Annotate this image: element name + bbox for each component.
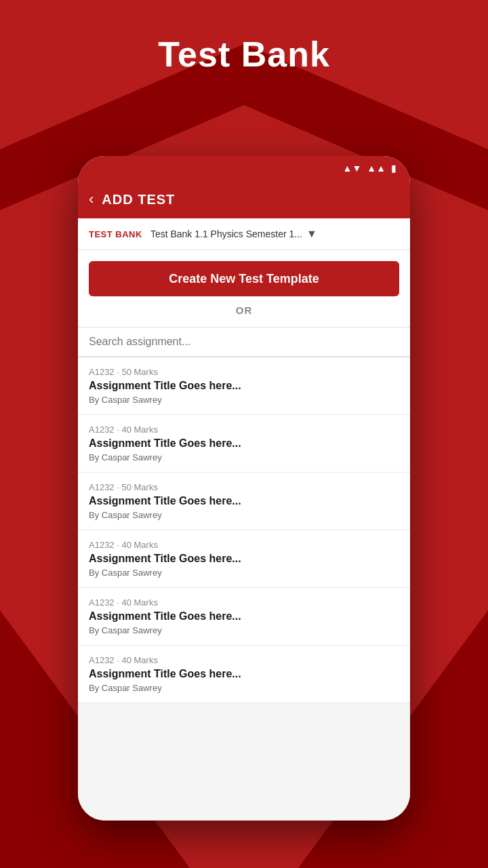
phone-mockup: ▲▼ ▲▲ ▮ ‹ ADD TEST TEST BANK Test Bank 1… (78, 156, 410, 821)
assignment-author: By Caspar Sawrey (89, 510, 399, 520)
list-item[interactable]: A1232 · 40 Marks Assignment Title Goes h… (78, 646, 410, 703)
wifi-icon: ▲▼ (343, 163, 362, 174)
assignment-title: Assignment Title Goes here... (89, 380, 399, 392)
assignment-title: Assignment Title Goes here... (89, 437, 399, 450)
search-section (78, 328, 410, 357)
create-template-button[interactable]: Create New Test Template (89, 261, 399, 296)
or-divider: OR (89, 304, 399, 316)
chevron-down-icon: ▼ (306, 228, 317, 240)
list-item[interactable]: A1232 · 50 Marks Assignment Title Goes h… (78, 473, 410, 530)
header-title: ADD TEST (102, 192, 175, 208)
assignment-author: By Caspar Sawrey (89, 683, 399, 693)
assignment-author: By Caspar Sawrey (89, 568, 399, 578)
assignment-meta: A1232 · 40 Marks (89, 425, 399, 435)
app-header: ‹ ADD TEST (78, 180, 410, 218)
list-item[interactable]: A1232 · 40 Marks Assignment Title Goes h… (78, 588, 410, 646)
assignment-title: Assignment Title Goes here... (89, 668, 399, 680)
create-section: Create New Test Template OR (78, 250, 410, 328)
test-bank-value: Test Bank 1.1 Physics Semester 1... (150, 229, 302, 239)
list-item[interactable]: A1232 · 40 Marks Assignment Title Goes h… (78, 415, 410, 473)
assignment-list: A1232 · 50 Marks Assignment Title Goes h… (78, 357, 410, 703)
back-button[interactable]: ‹ (89, 191, 94, 208)
search-input[interactable] (89, 336, 399, 348)
assignment-meta: A1232 · 40 Marks (89, 597, 399, 608)
signal-icon: ▲▲ (367, 163, 386, 174)
assignment-title: Assignment Title Goes here... (89, 495, 399, 507)
assignment-meta: A1232 · 40 Marks (89, 655, 399, 665)
assignment-meta: A1232 · 50 Marks (89, 482, 399, 492)
assignment-author: By Caspar Sawrey (89, 452, 399, 462)
assignment-author: By Caspar Sawrey (89, 625, 399, 635)
list-item[interactable]: A1232 · 50 Marks Assignment Title Goes h… (78, 357, 410, 415)
content-area: TEST BANK Test Bank 1.1 Physics Semester… (78, 218, 410, 821)
test-bank-row[interactable]: TEST BANK Test Bank 1.1 Physics Semester… (78, 218, 410, 250)
page-title-section: Test Bank (0, 0, 488, 108)
page-title: Test Bank (158, 34, 330, 75)
list-item[interactable]: A1232 · 40 Marks Assignment Title Goes h… (78, 530, 410, 588)
status-bar: ▲▼ ▲▲ ▮ (78, 156, 410, 180)
test-bank-label: TEST BANK (89, 229, 142, 239)
battery-icon: ▮ (391, 163, 396, 174)
assignment-author: By Caspar Sawrey (89, 395, 399, 405)
assignment-meta: A1232 · 40 Marks (89, 540, 399, 550)
assignment-meta: A1232 · 50 Marks (89, 367, 399, 377)
assignment-title: Assignment Title Goes here... (89, 610, 399, 623)
assignment-title: Assignment Title Goes here... (89, 553, 399, 565)
test-bank-dropdown[interactable]: Test Bank 1.1 Physics Semester 1... ▼ (150, 228, 399, 240)
